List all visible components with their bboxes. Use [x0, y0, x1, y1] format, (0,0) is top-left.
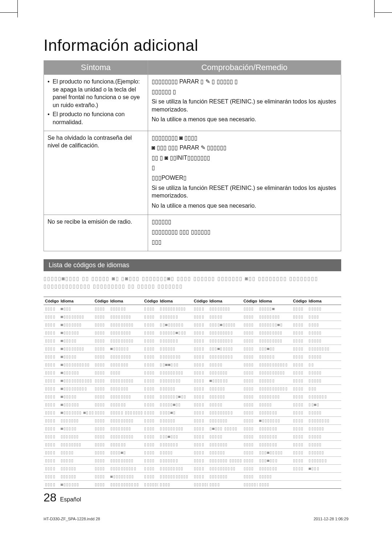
- lang-name: ▯▯▯▯▯▯◙▯▯▯: [158, 329, 192, 337]
- lang-row: ▯▯▯▯◙▯▯▯▯▯▯▯▯▯▯▯▯▯▯▯▯▯▯▯▯▯▯▯▯▯◙▯▯▯▯▯▯▯▯▯…: [44, 401, 341, 409]
- lang-code: ▯▯▯▯: [44, 457, 59, 465]
- lang-name: ◙▯▯▯: [59, 305, 93, 313]
- lang-code: ▯▯▯▯: [242, 425, 258, 433]
- lang-name: ▯▯▯▯▯▯▯▯: [59, 441, 93, 449]
- lang-name: ▯▯▯▯▯▯▯: [158, 457, 192, 465]
- lang-code: ▯▯▯▯: [242, 401, 258, 409]
- lang-code: ▯▯▯▯: [44, 305, 59, 313]
- lang-row: ▯▯▯▯◙▯▯▯▯▯▯▯▯▯▯▯▯▯▯▯▯▯▯▯▯▯▯▯▯▯▯▯▯▯ ▯▯▯▯▯…: [44, 481, 341, 489]
- lang-th-code: Código: [44, 297, 59, 305]
- lang-name: ▯▯▯▯▯▯: [307, 425, 341, 433]
- lang-name: ▯▯▯▯: [109, 369, 143, 377]
- lang-code: ▯▯▯▯: [93, 481, 109, 489]
- print-left: HT-D330-ZF_SPA-1228.indd 28: [44, 517, 100, 521]
- lang-name: ▯▯▯▯▯▯▯: [258, 465, 292, 473]
- lang-row: ▯▯▯▯◙▯▯▯▯▯▯▯▯▯▯▯▯▯▯▯▯▯▯▯▯▯▯▯▯▯▯▯▯▯▯▯▯▯▯▯…: [44, 337, 341, 345]
- lang-th-idiom: Idioma: [307, 297, 341, 305]
- lang-row: ▯▯▯▯◙▯▯▯▯▯▯▯▯▯▯▯▯▯▯▯▯▯▯▯▯▯▯▯▯▯▯▯▯▯▯▯▯▯▯▯…: [44, 369, 341, 377]
- lang-name: ▯▯▯▯▯▯▯▯: [258, 393, 292, 401]
- lang-name: ▯▯▯: [307, 385, 341, 393]
- lang-code: ▯▯▯▯: [93, 473, 109, 481]
- lang-code: ▯▯▯▯: [192, 465, 208, 473]
- lang-code: ▯▯▯▯: [93, 433, 109, 441]
- lang-code: ▯▯▯▯: [192, 457, 208, 465]
- lang-name: ▯▯▯▯▯▯▯: [109, 361, 143, 369]
- lang-code: ▯▯▯▯: [242, 313, 258, 321]
- lang-code: [291, 473, 307, 481]
- lang-name: ▯▯▯▯▯▯▯▯: [158, 353, 192, 361]
- lang-code: ▯▯▯▯: [291, 305, 307, 313]
- lang-name: ▯▯▯▯▯▯▯▯▯: [109, 417, 143, 425]
- lang-code: ▯▯▯▯: [143, 305, 158, 313]
- lang-row: ▯▯▯▯◙▯▯▯▯▯▯▯ ◙▯▯▯▯▯▯▯▯▯▯▯▯▯▯ ▯▯▯▯▯▯▯▯▯▯▯…: [44, 409, 341, 417]
- lang-row: ▯▯▯▯▯▯▯▯▯▯▯▯▯▯▯▯▯▯▯▯▯▯▯▯▯▯▯▯▯▯▯▯▯▯▯▯▯▯▯▯…: [44, 441, 341, 449]
- lang-name: ▯▯▯▯▯▯▯▯▯▯: [258, 369, 292, 377]
- remedy-line: ▯▯▯▯▯▯▯▯ PARAR ▯ ✎ ▯ ▯▯▯▯▯ ▯: [152, 78, 337, 86]
- lang-name: ▯▯▯▯▯: [208, 401, 242, 409]
- lang-name: ◙▯▯▯: [307, 465, 341, 473]
- lang-code: ▯▯▯▯: [192, 393, 208, 401]
- lang-code: ▯▯▯▯: [143, 385, 158, 393]
- lang-name: ◙▯▯▯▯▯▯▯: [258, 417, 292, 425]
- lang-code: ▯▯▯▯: [242, 369, 258, 377]
- lang-name: ▯▯▯▯▯▯▯▯▯: [109, 457, 143, 465]
- lang-name: ▯▯▯▯▯: [59, 457, 93, 465]
- remedy-line: Si se utiliza la función RESET (REINIC.)…: [152, 98, 337, 113]
- lang-name: ▯▯▯▯▯▯▯▯▯▯▯: [109, 481, 143, 489]
- lang-name: ▯▯▯▯▯▯▯: [59, 433, 93, 441]
- lang-name: ◙▯▯▯▯▯▯▯▯: [59, 345, 93, 353]
- lang-name: ◙▯▯▯▯▯▯: [59, 369, 93, 377]
- lang-code: ▯▯▯▯: [291, 457, 307, 465]
- lang-code: ▯▯▯▯: [291, 353, 307, 361]
- lang-th-idiom: Idioma: [109, 297, 143, 305]
- lang-name: ▯▯◙▯: [307, 401, 341, 409]
- lang-name: ▯▯▯◙▯▯▯▯▯: [208, 345, 242, 353]
- lang-code: ▯▯▯▯: [192, 473, 208, 481]
- lang-name: ▯▯▯▯: [158, 481, 192, 489]
- lang-code: ▯▯▯▯: [143, 441, 158, 449]
- lang-name: ▯▯▯▯▯▯▯: [208, 369, 242, 377]
- lang-code: ▯▯▯▯: [93, 441, 109, 449]
- lang-code: ▯▯▯▯: [192, 353, 208, 361]
- remedy-line: No la utilice a menos que sea necesario.: [152, 202, 337, 210]
- lang-name: ▯▯▯◙▯▯▯: [258, 457, 292, 465]
- lang-name: ▯▯▯▯▯▯▯▯▯: [208, 409, 242, 417]
- th-symptom: Síntoma: [44, 61, 148, 75]
- symptom-text: Se ha olvidado la contraseña del nivel d…: [44, 131, 148, 215]
- lang-code: ▯▯▯▯: [291, 337, 307, 345]
- lang-code: ▯▯▯▯: [143, 329, 158, 337]
- lang-name: ▯◙▯▯▯ ▯▯▯▯▯: [208, 425, 242, 433]
- lang-name: ▯▯▯▯: [258, 481, 292, 489]
- page-title: Información adicional: [44, 36, 341, 54]
- footer: 28 Español: [44, 491, 81, 504]
- lang-code: ▯▯▯▯: [93, 409, 109, 417]
- lang-name: ▯▯▯▯▯: [307, 337, 341, 345]
- lang-code: ▯▯▯▯: [291, 321, 307, 329]
- lang-name: ▯▯▯▯▯: [307, 353, 341, 361]
- lang-code: ▯▯▯▯: [93, 457, 109, 465]
- lang-name: ▯▯▯▯◙▯: [158, 409, 192, 417]
- lang-th-code: Código: [192, 297, 208, 305]
- lang-name: ▯▯▯▯▯▯▯▯▯▯: [109, 465, 143, 473]
- lang-code: ▯▯▯▯: [93, 465, 109, 473]
- lang-name: ▯▯▯▯▯▯▯: [59, 417, 93, 425]
- lang-code: ▯▯▯▯: [242, 361, 258, 369]
- lang-code: ▯▯▯▯: [192, 409, 208, 417]
- lang-code: ▯▯▯▯: [242, 305, 258, 313]
- lang-code: ▯▯▯▯: [291, 409, 307, 417]
- lang-name: ▯▯▯▯▯: [307, 369, 341, 377]
- lang-code: ▯▯▯▯: [143, 313, 158, 321]
- lang-code: ▯▯▯▯: [143, 449, 158, 457]
- lang-code: ▯▯▯▯: [291, 377, 307, 385]
- lang-code: ▯▯▯▯: [291, 441, 307, 449]
- lang-code: ▯▯▯▯: [291, 449, 307, 457]
- lang-th-idiom: Idioma: [59, 297, 93, 305]
- lang-code: ▯▯▯▯: [242, 465, 258, 473]
- lang-name: ▯▯▯▯▯▯▯▯▯▯: [158, 305, 192, 313]
- lang-code: ▯▯▯▯: [93, 353, 109, 361]
- lang-code: ▯▯▯▯: [44, 465, 59, 473]
- lang-code: ▯▯▯▯: [242, 457, 258, 465]
- lang-name: ▯▯▯▯▯▯: [208, 385, 242, 393]
- lang-row: ▯▯▯▯▯▯▯▯▯▯▯▯▯▯▯▯▯▯▯▯▯▯▯▯▯▯▯▯▯▯▯◙▯▯▯▯▯▯▯▯…: [44, 433, 341, 441]
- lang-name: ◙▯▯▯▯▯▯: [59, 401, 93, 409]
